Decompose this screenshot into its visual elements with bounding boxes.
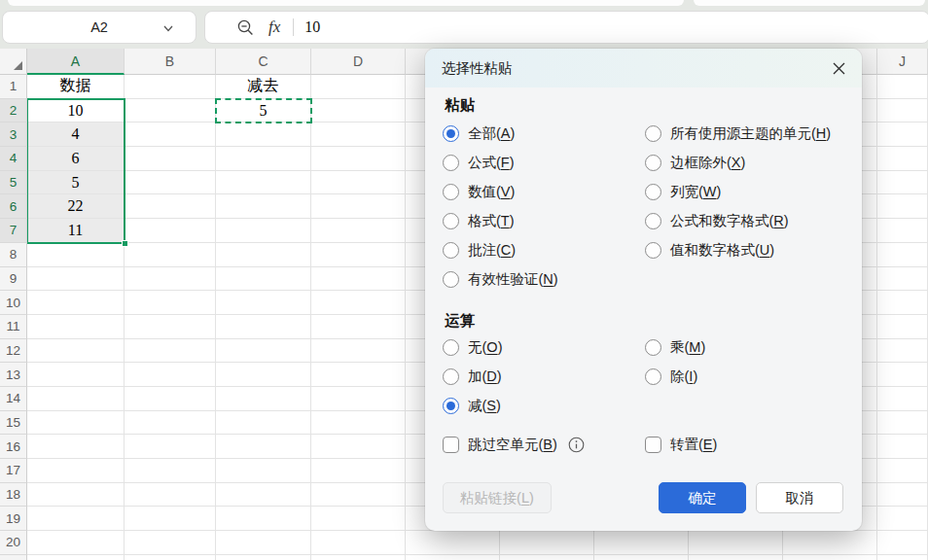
- cell-D12[interactable]: [311, 339, 406, 364]
- paste-option-column-widths[interactable]: 列宽(W): [645, 177, 831, 206]
- paste-link-button[interactable]: 粘贴链接(L): [443, 482, 552, 513]
- checkbox-skip-blanks[interactable]: 跳过空单元(B): [443, 436, 645, 454]
- cell-J13[interactable]: [877, 363, 928, 387]
- cell-D11[interactable]: [311, 315, 406, 339]
- cell-C11[interactable]: [216, 315, 311, 339]
- cell-J4[interactable]: [877, 147, 928, 171]
- cell-C6[interactable]: [216, 194, 311, 219]
- row-header-8[interactable]: 8: [0, 243, 27, 267]
- operation-option-none[interactable]: 无(O): [443, 332, 645, 362]
- cell-B16[interactable]: [125, 435, 216, 459]
- paste-option-formulas-and-number-formats[interactable]: 公式和数字格式(R): [645, 206, 831, 235]
- cell-D15[interactable]: [311, 411, 406, 436]
- cell-J3[interactable]: [877, 122, 928, 147]
- chevron-down-icon[interactable]: [162, 22, 174, 34]
- operation-option-multiply[interactable]: 乘(M): [645, 332, 705, 362]
- cell-E21[interactable]: [406, 555, 500, 560]
- cell-D21[interactable]: [311, 555, 406, 560]
- cell-A20[interactable]: [27, 531, 125, 555]
- row-header-20[interactable]: 20: [0, 531, 27, 555]
- row-header-21[interactable]: 21: [0, 555, 27, 560]
- cell-D2[interactable]: [311, 99, 406, 123]
- cell-C20[interactable]: [216, 531, 311, 555]
- cell-B10[interactable]: [125, 291, 216, 315]
- cell-B2[interactable]: [125, 99, 216, 123]
- cell-D10[interactable]: [311, 291, 406, 315]
- dialog-titlebar[interactable]: 选择性粘贴: [425, 49, 862, 88]
- operation-option-divide[interactable]: 除(I): [645, 362, 705, 391]
- cell-D7[interactable]: [311, 219, 406, 243]
- cell-D17[interactable]: [311, 459, 406, 483]
- paste-option-validation[interactable]: 有效性验证(N): [443, 264, 645, 294]
- paste-option-comments[interactable]: 批注(C): [443, 235, 645, 264]
- cell-B6[interactable]: [125, 194, 216, 219]
- cell-G21[interactable]: [594, 555, 689, 560]
- cell-A11[interactable]: [27, 315, 125, 339]
- cell-D4[interactable]: [311, 147, 406, 171]
- cell-C3[interactable]: [216, 122, 311, 147]
- cell-B18[interactable]: [125, 483, 216, 508]
- cell-A5[interactable]: 5: [27, 171, 125, 195]
- row-header-15[interactable]: 15: [0, 411, 27, 436]
- cell-J10[interactable]: [877, 291, 928, 315]
- cell-C5[interactable]: [216, 171, 311, 195]
- cell-A17[interactable]: [27, 459, 125, 483]
- paste-option-values[interactable]: 数值(V): [443, 177, 645, 206]
- row-header-14[interactable]: 14: [0, 387, 27, 411]
- cell-A16[interactable]: [27, 435, 125, 459]
- cell-J15[interactable]: [877, 411, 928, 436]
- row-header-18[interactable]: 18: [0, 483, 27, 508]
- cell-J19[interactable]: [877, 507, 928, 531]
- cell-D3[interactable]: [311, 122, 406, 147]
- cell-E20[interactable]: [406, 531, 500, 555]
- row-header-17[interactable]: 17: [0, 459, 27, 483]
- row-header-9[interactable]: 9: [0, 267, 27, 292]
- column-header-J[interactable]: J: [877, 49, 928, 75]
- cell-A13[interactable]: [27, 363, 125, 387]
- cell-J1[interactable]: [877, 75, 928, 99]
- cell-B11[interactable]: [125, 315, 216, 339]
- cell-C2[interactable]: 5: [216, 99, 311, 123]
- row-header-7[interactable]: 7: [0, 219, 27, 243]
- cell-J20[interactable]: [877, 531, 928, 555]
- cell-A9[interactable]: [27, 267, 125, 292]
- cell-B8[interactable]: [125, 243, 216, 267]
- cell-J14[interactable]: [877, 387, 928, 411]
- row-header-10[interactable]: 10: [0, 291, 27, 315]
- row-header-13[interactable]: 13: [0, 363, 27, 387]
- cell-D13[interactable]: [311, 363, 406, 387]
- cell-D18[interactable]: [311, 483, 406, 508]
- cell-J12[interactable]: [877, 339, 928, 364]
- cell-J2[interactable]: [877, 99, 928, 123]
- cell-J6[interactable]: [877, 194, 928, 219]
- cell-C9[interactable]: [216, 267, 311, 292]
- cell-A3[interactable]: 4: [27, 122, 125, 147]
- cell-A6[interactable]: 22: [27, 194, 125, 219]
- cell-C12[interactable]: [216, 339, 311, 364]
- operation-option-add[interactable]: 加(D): [443, 362, 645, 391]
- cell-B7[interactable]: [125, 219, 216, 243]
- fx-icon[interactable]: fx: [268, 18, 280, 37]
- column-header-A[interactable]: A: [27, 49, 125, 75]
- row-header-4[interactable]: 4: [0, 147, 27, 171]
- cell-B4[interactable]: [125, 147, 216, 171]
- cell-A10[interactable]: [27, 291, 125, 315]
- cell-A4[interactable]: 6: [27, 147, 125, 171]
- paste-option-values-and-number-formats[interactable]: 值和数字格式(U): [645, 235, 831, 264]
- formula-bar-value[interactable]: 10: [304, 18, 320, 36]
- cell-B9[interactable]: [125, 267, 216, 292]
- cell-J17[interactable]: [877, 459, 928, 483]
- row-header-12[interactable]: 12: [0, 339, 27, 364]
- cell-J16[interactable]: [877, 435, 928, 459]
- row-header-11[interactable]: 11: [0, 315, 27, 339]
- cell-C14[interactable]: [216, 387, 311, 411]
- cell-A21[interactable]: [27, 555, 125, 560]
- cell-B13[interactable]: [125, 363, 216, 387]
- cell-A18[interactable]: [27, 483, 125, 508]
- cell-A12[interactable]: [27, 339, 125, 364]
- row-header-6[interactable]: 6: [0, 194, 27, 219]
- cell-C21[interactable]: [216, 555, 311, 560]
- cancel-button[interactable]: 取消: [756, 482, 843, 513]
- cell-J11[interactable]: [877, 315, 928, 339]
- cell-F20[interactable]: [500, 531, 594, 555]
